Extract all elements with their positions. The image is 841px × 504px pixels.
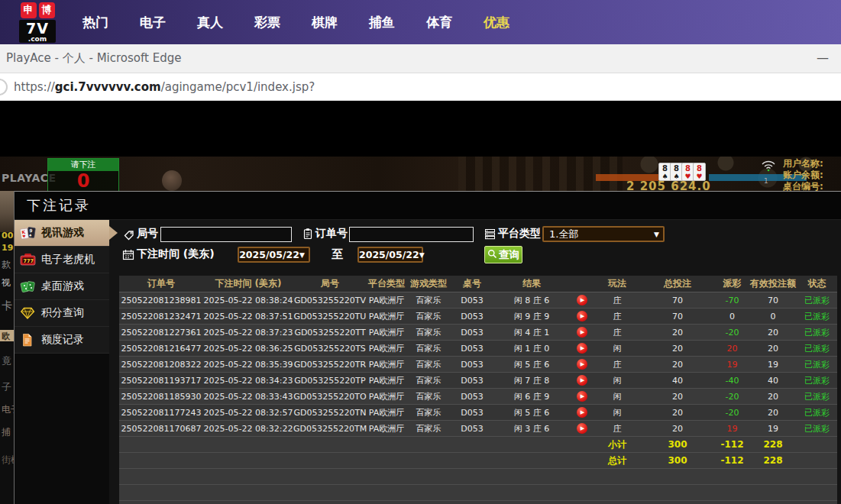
table-row: 2505220811937172025-05-22 08:34:23GD0532…	[119, 373, 837, 389]
left-edge-remnants: 00319款视卡欧竟子电子捕街机	[0, 191, 14, 504]
sidebar-item-video-games[interactable]: 9♠ K♥ 视讯游戏	[15, 220, 109, 247]
table-cell: 20	[749, 344, 797, 354]
table-cell: 250522081232471	[119, 312, 203, 321]
table-cell: PA欧洲厅	[367, 343, 406, 354]
date-to-select[interactable]: 2025/05/22 ▼	[357, 247, 423, 263]
gem-icon	[20, 306, 36, 321]
nav-item-promo[interactable]: 优惠	[484, 14, 509, 31]
table-cell-payout: 19	[715, 360, 749, 370]
table-cell-play: ▶	[570, 423, 594, 434]
sidebar-item-table-games[interactable]: 桌面游戏	[15, 273, 109, 300]
column-header: 下注时间 (美东)	[203, 277, 293, 290]
playing-cards-icon: 9♠ K♥	[20, 226, 36, 241]
nav-item-lottery[interactable]: 彩票	[254, 14, 280, 31]
clipboard-icon	[302, 228, 313, 243]
logo-tld: .com	[19, 36, 56, 43]
table-cell: D053	[451, 360, 493, 370]
account-info: 用户名称: 账户余额: 桌台编号:	[783, 158, 841, 191]
table-cell: 闲 5 庄 6	[493, 407, 570, 418]
sidebar-item-points[interactable]: 积分查询	[15, 300, 109, 327]
sidebar-item-quota[interactable]: 额度记录	[15, 327, 109, 354]
platform-select-value: 1.全部	[544, 228, 654, 241]
round-filter-label: 局号	[137, 227, 158, 241]
replay-button[interactable]: ▶	[577, 375, 587, 386]
status-badge: 已派彩	[797, 311, 837, 322]
search-button[interactable]: 查询	[484, 246, 522, 263]
table-cell: 百家乐	[406, 343, 451, 354]
dealer-silhouette	[162, 170, 182, 191]
table-cell-play: ▶	[570, 391, 594, 402]
table-cell: 250522081170687	[119, 424, 203, 434]
summary-payout: -112	[715, 439, 749, 450]
table-cell: PA欧洲厅	[367, 391, 406, 402]
status-badge: 已派彩	[797, 295, 837, 306]
table-cell: 闲 7 庄 8	[493, 375, 570, 386]
table-cell: PA欧洲厅	[367, 327, 406, 338]
table-cell: 百家乐	[406, 375, 451, 386]
table-row: 2505220812164772025-05-22 08:36:25GD0532…	[119, 341, 837, 357]
nav-item-live[interactable]: 真人	[197, 14, 223, 31]
table-cell: 20	[640, 392, 715, 402]
table-cell: 250522081185930	[119, 392, 203, 402]
table-cell: PA欧洲厅	[367, 295, 406, 306]
wifi-icon	[761, 160, 776, 175]
play-icon: ▶	[581, 426, 584, 431]
left-edge-fragment: 欧	[2, 331, 10, 342]
replay-button[interactable]: ▶	[577, 327, 587, 338]
search-button-label: 查询	[499, 248, 519, 262]
left-edge-fragment: 19	[2, 243, 13, 253]
table-cell-play: ▶	[570, 375, 594, 386]
site-logo[interactable]: 申 博 7V .com	[12, 2, 63, 43]
replay-button[interactable]: ▶	[577, 391, 587, 402]
bet-records-table: 订单号下注时间 (美东)局号平台类型游戏类型桌号结果玩法总投注派彩有效投注额状态…	[119, 276, 837, 504]
nav-item-slots[interactable]: 电子	[140, 14, 166, 31]
replay-button[interactable]: ▶	[577, 343, 587, 354]
play-icon: ▶	[581, 394, 584, 399]
nav-item-hot[interactable]: 热门	[82, 14, 108, 31]
logo-name: 7V	[19, 21, 56, 36]
table-cell: D053	[451, 392, 493, 402]
date-to-value: 2025/05/22	[359, 249, 419, 260]
total-row: 总计300-112228	[119, 453, 837, 469]
site-navbar: 申 博 7V .com 热门 电子 真人 彩票 棋牌 捕鱼 体育 优惠	[0, 0, 841, 44]
replay-button[interactable]: ▶	[577, 311, 587, 321]
order-input[interactable]	[349, 227, 474, 242]
table-cell: PA欧洲厅	[367, 359, 406, 370]
table-cell: 20	[749, 392, 797, 402]
play-icon: ▶	[581, 346, 584, 351]
table-cell: 百家乐	[406, 311, 451, 322]
table-cell-payout: -20	[715, 408, 749, 418]
table-cell: GD053255220TV	[293, 296, 367, 305]
left-edge-fragment: 款	[2, 258, 11, 271]
table-row: 2505220812389812025-05-22 08:38:24GD0532…	[119, 292, 837, 309]
minimize-icon[interactable]: —	[817, 50, 829, 65]
table-cell-play: ▶	[570, 343, 594, 354]
table-cell: PA欧洲厅	[367, 423, 406, 435]
replay-button[interactable]: ▶	[577, 407, 587, 418]
round-input[interactable]	[160, 227, 292, 242]
replay-button[interactable]: ▶	[577, 295, 587, 305]
left-edge-fragment: 街机	[2, 454, 14, 467]
sidebar-item-slots[interactable]: 777 电子老虎机	[15, 247, 109, 273]
table-cell: 闲 6 庄 9	[493, 391, 570, 402]
table-cell-payout: -70	[715, 296, 749, 305]
table-cell-payout: 0	[715, 312, 749, 321]
date-from-select[interactable]: 2025/05/22 ▼	[238, 247, 310, 263]
left-edge-fragment: 视	[2, 276, 11, 289]
replay-button[interactable]: ▶	[577, 359, 587, 370]
nav-item-fishing[interactable]: 捕鱼	[369, 14, 395, 31]
table-cell-play: ▶	[570, 407, 594, 418]
nav-item-board[interactable]: 棋牌	[312, 14, 338, 31]
records-content: 局号 订单号	[109, 220, 841, 504]
replay-button[interactable]: ▶	[577, 423, 587, 434]
table-cell-payout: -20	[715, 392, 749, 402]
table-cell: 庄	[594, 295, 640, 306]
status-badge: 已派彩	[797, 359, 837, 370]
nav-item-sports[interactable]: 体育	[426, 14, 452, 31]
address-bar[interactable]: https://gci.7vvvvvv.com/agingame/pcv1/in…	[0, 73, 841, 101]
ledger-icon	[20, 333, 36, 347]
table-cell: 20	[749, 328, 797, 338]
table-cell: GD053255220TR	[293, 360, 367, 370]
platform-select[interactable]: 1.全部 ▼	[542, 226, 665, 242]
nav-menu: 热门 电子 真人 彩票 棋牌 捕鱼 体育 优惠	[82, 14, 509, 31]
